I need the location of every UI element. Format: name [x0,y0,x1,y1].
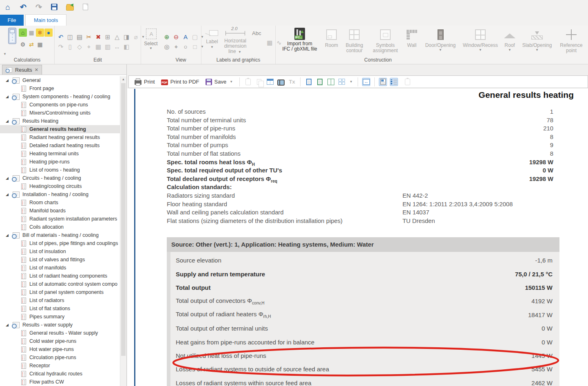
wall-button[interactable]: Wall [403,27,421,48]
label-button[interactable]: Label ▼ [203,27,221,50]
room-button[interactable]: Room [322,27,341,48]
delete-icon[interactable]: ✖ [94,33,103,41]
tree-item[interactable]: List of manifolds [0,264,120,272]
slab-opening-caret[interactable]: ▼ [535,48,539,52]
tree-item[interactable]: ◢General [0,76,120,84]
undo-icon[interactable]: ↶ [56,33,65,41]
tree-item[interactable]: Critical hydraulic routes [0,370,120,378]
save-report-button[interactable]: Save ▼ [204,78,236,86]
tree-scrollbar[interactable]: ▲ [120,76,126,386]
symbols-assignment-button[interactable]: Symbols assignment [368,27,403,53]
tree-item[interactable]: List of panel system components [0,288,120,296]
window-recess-button[interactable]: Window/Recess▼ [460,27,501,52]
selection-box-icon[interactable]: ▯ [66,42,75,51]
tree-item[interactable]: ◢Results - water supply [0,321,120,329]
tab-results[interactable]: Results ✕ [2,65,42,75]
tree-item[interactable]: Cold water pipe-runs [0,337,120,345]
redo-icon[interactable]: ↷ [56,42,65,51]
tree-item[interactable]: ◢Bill of materials - heating / cooling [0,231,120,239]
expand-triangle-icon[interactable]: ◢ [6,95,10,99]
tree-item[interactable]: Front page [0,84,120,93]
horizontal-dimension-button[interactable]: 2.0 Horizontal dimension line ▼ [221,27,250,55]
paste-icon[interactable]: ▤ [75,33,84,41]
insert-node-icon[interactable]: ⌖ [84,42,93,51]
tree-item[interactable]: Mixers/Control/mixing units [0,109,120,117]
print-to-pdf-button[interactable]: PDF Print to PDF [159,77,201,86]
mirror-icon[interactable]: ◨ [122,33,131,41]
scroll-thumb[interactable] [121,83,126,356]
copy-page-button[interactable] [255,78,263,86]
clipboard-button[interactable] [403,78,411,86]
save-button[interactable] [50,2,59,11]
pan-icon[interactable]: ◎ [162,42,171,51]
tree-item[interactable]: Pipes summary [0,313,120,321]
report-page-view-button[interactable] [316,78,324,86]
tree-item[interactable]: Circulation pipe-runs [0,353,120,362]
tree-item[interactable]: Heating terminal units [0,150,120,158]
tree-item[interactable]: Hot water pipe-runs [0,345,120,353]
redo-button[interactable]: ↷ [34,2,43,11]
tree-item[interactable]: List of rooms - heating [0,166,120,174]
tree-item[interactable]: ◢System components - heating / cooling [0,93,120,101]
rotate-icon[interactable]: ⌀ [131,33,140,41]
page-layout-button[interactable] [379,78,387,86]
windows-layout-icon[interactable]: □ [190,42,199,51]
scale-icon[interactable]: ▦ [94,42,103,51]
close-icon[interactable]: ✕ [35,67,38,73]
tree-item[interactable]: Coils allocation [0,223,120,231]
raise-element-icon[interactable]: △ [113,33,122,41]
roof-caret[interactable]: ▼ [507,48,512,52]
heating-module-icon[interactable]: ⌂ [19,29,27,37]
tree-item[interactable]: List of pipes, pipe fittings and couplin… [0,239,120,247]
tree-item[interactable]: Room charts [0,199,120,207]
tree-item[interactable]: Heating pipe-runs [0,158,120,166]
tree-item[interactable]: Flow paths CW [0,378,120,386]
cut-icon[interactable]: ✂ [84,33,93,41]
single-page-view-button[interactable] [305,78,313,86]
tree-item[interactable]: Components on pipe-runs [0,101,120,109]
zoom-in-icon[interactable]: ⊕ [162,33,171,41]
calculations-dropdown-caret[interactable]: ▼ [2,52,7,56]
tree-item[interactable]: General results - Water supply [0,329,120,337]
tree-item[interactable]: ◢Installation - heating / cooling [0,190,120,199]
building-module-icon[interactable]: ▦ [27,29,35,37]
undo-button[interactable]: ↶ [19,2,28,11]
calculator-icon[interactable] [8,28,16,44]
expand-triangle-icon[interactable]: ◢ [6,78,10,82]
tree-item[interactable]: Receptor [0,362,120,370]
balance-valves-icon[interactable]: ⇄ [27,40,35,49]
grid-pages-view-button[interactable] [338,78,346,86]
door-opening-caret[interactable]: ▼ [438,48,443,52]
table-settings-button[interactable] [266,78,274,86]
tree-item[interactable]: List of flat stations [0,304,120,313]
tree-item[interactable]: General results heating [0,125,120,133]
reference-point-button[interactable]: Reference point [555,27,587,53]
import-ifc-button[interactable]: IFC... Import fromIFC / gbXML file [277,27,322,52]
zoom-previous-icon[interactable]: ○ [181,42,190,51]
zoom-selection-icon[interactable]: ⌖ [172,42,181,51]
arrange-icon[interactable]: ▥ [103,42,112,51]
door-opening-button[interactable]: Door/Opening▼ [421,27,460,52]
hdim-caret[interactable]: ▼ [237,50,242,54]
expand-triangle-icon[interactable]: ◢ [6,233,10,237]
roof-button[interactable]: Roof▼ [501,27,519,52]
tree-item[interactable]: List of valves and fittings [0,256,120,264]
calc-table-icon[interactable]: ▦ [36,40,44,49]
text-format-button[interactable]: Tx [288,78,296,86]
building-contour-button[interactable]: Building contour [341,27,368,53]
expand-triangle-icon[interactable]: ◢ [6,192,10,196]
select-caret[interactable]: ▼ [148,46,153,50]
tree-item[interactable]: Detailed radiant heating results [0,141,120,150]
cooling-module-icon[interactable]: ❄ [36,29,44,37]
tree-item[interactable]: Manifold boards [0,207,120,215]
select-button[interactable]: A Select ▼ [143,27,159,50]
scroll-up-icon[interactable]: ▲ [120,76,126,82]
tree-item[interactable]: Radiant system installation parameters [0,215,120,223]
tree-item[interactable]: List of insulation [0,247,120,256]
zoom-area-icon[interactable]: ▢ [190,33,199,41]
split-pipe-icon[interactable]: ◇ [75,42,84,51]
edit-nodes-icon[interactable]: ⊞ [103,33,112,41]
zoom-out-icon[interactable]: ⊖ [172,33,181,41]
flip-icon[interactable]: ◧ [122,42,131,51]
new-document-button[interactable] [81,2,90,11]
